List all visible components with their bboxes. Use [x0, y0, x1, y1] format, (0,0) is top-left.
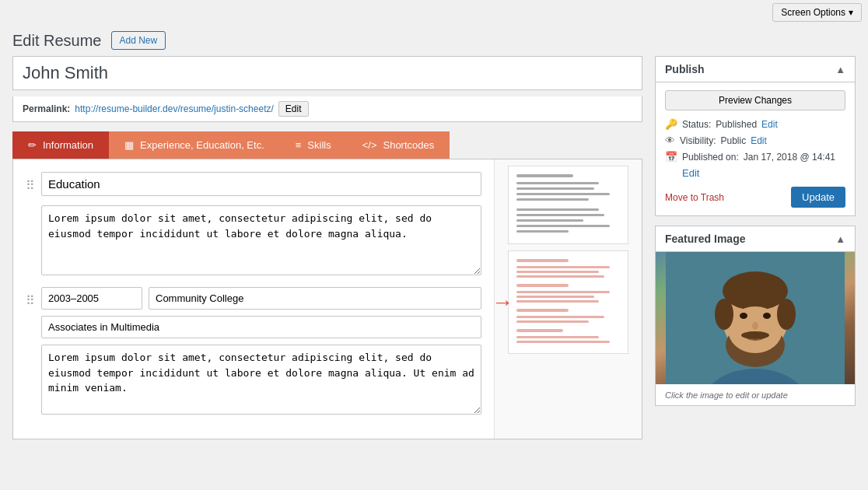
svg-point-6 [740, 313, 747, 319]
publish-status-row: 🔑 Status: Published Edit [665, 118, 845, 130]
svg-point-3 [723, 271, 788, 310]
education-desc-row: ⠿ Lorem ipsum dolor sit amet, consectetu… [26, 205, 481, 278]
degree-desc-row: Lorem ipsum dolor sit amet, consectetur … [41, 345, 481, 417]
drag-handle-1[interactable]: ⠿ [26, 172, 35, 193]
screen-options-button[interactable]: Screen Options ▾ [772, 3, 862, 22]
svg-point-11 [777, 299, 796, 330]
page-title: Edit Resume [12, 32, 102, 50]
visibility-value: Public [720, 135, 746, 146]
svg-point-9 [741, 331, 769, 339]
code-icon: </> [362, 139, 377, 151]
education-date-row: ⠿ Lorem ipsum dolor sit amet, consectetu… [26, 287, 481, 417]
svg-point-10 [715, 299, 733, 330]
tab-shortcodes[interactable]: </> Shortcodes [347, 131, 450, 159]
status-edit-link[interactable]: Edit [761, 119, 778, 130]
status-value: Published [716, 119, 757, 130]
published-on-label: Published on: [682, 152, 739, 163]
education-title-group [41, 172, 481, 196]
institution-input[interactable] [149, 287, 481, 310]
education-description-textarea[interactable]: Lorem ipsum dolor sit amet, consectetur … [41, 205, 481, 275]
permalink-bar: Permalink: http://resume-builder.dev/res… [12, 96, 642, 122]
date-range-input[interactable] [41, 287, 142, 310]
degree-row [41, 316, 481, 338]
visibility-label: Visibility: [680, 135, 716, 146]
featured-image-title: Featured Image [665, 233, 745, 245]
degree-description-textarea[interactable]: Lorem ipsum dolor sit amet, consectetur … [41, 345, 481, 415]
key-icon: 🔑 [665, 118, 677, 130]
tab-skills[interactable]: ≡ Skills [280, 131, 347, 159]
visibility-edit-link[interactable]: Edit [751, 135, 767, 146]
publish-date-edit-link[interactable]: Edit [682, 167, 699, 179]
inline-date-institution [41, 287, 481, 310]
arrow-icon: → [492, 290, 513, 315]
education-desc-group: Lorem ipsum dolor sit amet, consectetur … [41, 205, 481, 278]
form-area: ⠿ ⠿ Lorem ipsum dolor sit amet, consecte… [13, 159, 494, 439]
publish-box-content: Preview Changes 🔑 Status: Published Edit… [656, 82, 855, 215]
featured-image[interactable] [656, 252, 855, 384]
chevron-down-icon: ▾ [849, 7, 853, 18]
status-label: Status: [682, 119, 711, 130]
update-button[interactable]: Update [791, 187, 845, 208]
publish-box: Publish ▲ Preview Changes 🔑 Status: Publ… [655, 56, 856, 216]
education-date-group: Lorem ipsum dolor sit amet, consectetur … [41, 287, 481, 417]
svg-point-7 [763, 313, 771, 319]
degree-input[interactable] [41, 316, 481, 338]
add-new-button[interactable]: Add New [111, 31, 166, 50]
preview-changes-button[interactable]: Preview Changes [665, 90, 845, 110]
published-on-value: Jan 17, 2018 @ 14:41 [744, 152, 835, 163]
education-title-input[interactable] [41, 172, 481, 196]
list-icon: ≡ [296, 139, 302, 151]
featured-image-content: Click the image to edit or update [656, 252, 855, 405]
publish-collapse-arrow[interactable]: ▲ [835, 64, 845, 75]
permalink-edit-button[interactable]: Edit [278, 101, 309, 117]
preview-doc-upper [508, 166, 628, 244]
publish-visibility-row: 👁 Visibility: Public Edit [665, 135, 845, 146]
table-icon: ▦ [124, 139, 134, 151]
tab-information[interactable]: ✏ Information [12, 131, 109, 159]
preview-panel: → [494, 159, 642, 439]
featured-image-header: Featured Image ▲ [656, 226, 855, 252]
featured-image-collapse-arrow[interactable]: ▲ [835, 233, 845, 245]
publish-box-header: Publish ▲ [656, 57, 855, 82]
featured-image-box: Featured Image ▲ [655, 226, 856, 406]
tabs-bar: ✏ Information ▦ Experience, Education, E… [12, 131, 642, 159]
pencil-icon: ✏ [28, 139, 37, 151]
permalink-label: Permalink: [23, 103, 70, 114]
publish-actions: Move to Trash Update [665, 187, 845, 208]
permalink-link[interactable]: http://resume-builder.dev/resume/justin-… [75, 103, 273, 114]
move-to-trash-link[interactable]: Move to Trash [665, 192, 724, 203]
eye-icon: 👁 [665, 135, 675, 146]
featured-image-caption: Click the image to edit or update [665, 390, 788, 400]
tab-experience[interactable]: ▦ Experience, Education, Etc. [109, 131, 280, 159]
sidebar: Publish ▲ Preview Changes 🔑 Status: Publ… [655, 56, 856, 439]
education-title-row: ⠿ [26, 172, 481, 196]
svg-point-8 [752, 322, 758, 330]
calendar-icon: 📅 [665, 151, 677, 163]
preview-doc-lower: → [508, 250, 628, 354]
drag-handle-3[interactable]: ⠿ [26, 287, 35, 308]
featured-image-caption-area: Click the image to edit or update [656, 384, 855, 405]
title-input[interactable] [23, 63, 632, 83]
publish-date-row: 📅 Published on: Jan 17, 2018 @ 14:41 [665, 151, 845, 163]
content-area: Permalink: http://resume-builder.dev/res… [12, 56, 642, 439]
publish-title: Publish [665, 63, 705, 75]
screen-options-label: Screen Options [781, 7, 845, 18]
editor-section: ⠿ ⠿ Lorem ipsum dolor sit amet, consecte… [12, 159, 642, 439]
title-box [12, 56, 642, 90]
